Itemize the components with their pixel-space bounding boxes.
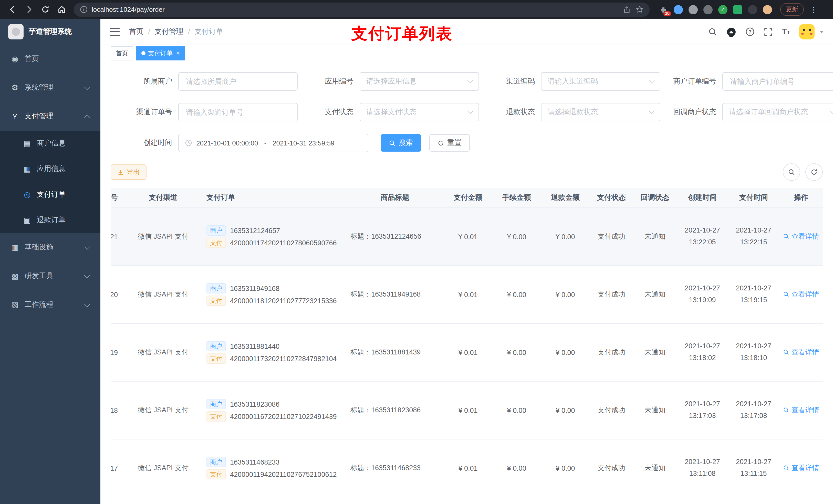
view-detail-link[interactable]: 查看详情	[783, 290, 819, 299]
notify-status-select[interactable]: 请选择订单回调商户状态	[722, 103, 833, 121]
pay-order-line: 支付 4200001173202110272847982104	[207, 354, 346, 364]
filter-channel-order-no: 渠道订单号	[111, 103, 278, 121]
svg-text:?: ?	[748, 29, 752, 34]
time-line: 13:19:15	[729, 294, 779, 306]
tab-pay-order[interactable]: 支付订单 ×	[136, 46, 185, 61]
refund-status-select[interactable]: 请选择退款状态	[541, 103, 660, 121]
browser-back-button[interactable]	[5, 2, 20, 17]
pay-order-line: 支付 4200001194202110276752100612	[207, 469, 346, 479]
refund-amount: ¥ 0.00	[541, 323, 590, 381]
pay-order-cell: 商户 1635311823086 支付 42000011672021102710…	[200, 381, 346, 439]
chevron-down-icon	[84, 301, 90, 307]
extensions-puzzle-icon[interactable]: 10	[659, 5, 668, 14]
export-button[interactable]: 导出	[111, 164, 146, 180]
created-at	[677, 497, 728, 504]
sidebar-item-home[interactable]: ◉ 首页	[0, 45, 100, 73]
sidebar-item-refund-order[interactable]: ▣ 退款订单	[0, 208, 100, 233]
address-bar[interactable]: localhost:1024/pay/order	[74, 2, 649, 17]
sidebar-item-label: 系统管理	[25, 83, 53, 92]
sidebar-item-pay-order[interactable]: ◎ 支付订单	[0, 182, 100, 208]
actions-cell: 查看详情	[779, 208, 823, 266]
show-search-toggle-button[interactable]	[783, 163, 800, 181]
update-button[interactable]: 更新	[780, 3, 804, 16]
table-row: 21 微信 JSAPI 支付 商户 1635312124657 支付 42000…	[111, 208, 823, 266]
sidebar-item-system[interactable]: ⚙ 系统管理	[0, 73, 100, 102]
sidebar-item-app-info[interactable]: ▦ 应用信息	[0, 156, 100, 182]
grid-icon: ▦	[23, 164, 32, 174]
share-icon[interactable]	[623, 6, 630, 13]
header-actions: ? TT	[708, 24, 824, 40]
github-icon[interactable]	[727, 27, 736, 37]
page-header: 首页 / 支付管理 / 支付订单 支付订单列表 ? TT	[100, 19, 833, 45]
site-info-icon[interactable]	[80, 6, 88, 13]
filter-create-time: 创建时间 2021-10-01 00:00:00 - 2021-10-31 23…	[111, 134, 368, 152]
browser-extension-icon[interactable]: ✓	[718, 5, 728, 14]
browser-extension-icon[interactable]	[733, 5, 742, 14]
sidebar-collapse-button[interactable]	[110, 28, 120, 36]
app-title: 芋道管理系统	[29, 27, 72, 37]
column-header: 支付状态	[590, 188, 633, 208]
fullscreen-icon[interactable]	[764, 27, 772, 36]
channel-code-select[interactable]: 请输入渠道编码	[541, 72, 660, 91]
pay-badge: 支付	[207, 354, 226, 364]
browser-extension-icon[interactable]	[674, 5, 683, 14]
date-separator: -	[264, 139, 266, 147]
reset-button[interactable]: 重置	[429, 134, 470, 152]
browser-forward-button[interactable]	[22, 2, 36, 17]
search-icon	[389, 140, 396, 146]
merchant-order-no-field[interactable]	[729, 77, 833, 86]
table-settings	[783, 163, 823, 181]
browser-extension-icon[interactable]	[704, 5, 713, 14]
product-title: 标题：1635312124656	[346, 208, 444, 266]
merchant-input-field[interactable]	[185, 77, 291, 86]
pay-status-select[interactable]: 请选择支付状态	[360, 103, 479, 121]
sidebar-item-payment[interactable]: ¥ 支付管理	[0, 102, 100, 130]
browser-extension-icon[interactable]	[689, 5, 698, 14]
search-icon[interactable]	[708, 27, 717, 37]
refund-amount: ¥ 0.00	[541, 208, 590, 266]
view-detail-link[interactable]: 查看详情	[783, 406, 819, 415]
tab-home[interactable]: 首页	[111, 46, 133, 61]
view-detail-link[interactable]: 查看详情	[783, 232, 819, 241]
close-icon[interactable]: ×	[176, 50, 180, 57]
sidebar-item-label: 首页	[25, 54, 39, 64]
view-detail-link[interactable]: 查看详情	[783, 348, 819, 357]
avatar-caret-icon[interactable]	[820, 30, 824, 33]
merchant-order-no: 1635311468233	[230, 458, 280, 466]
browser-menu-icon[interactable]: ⋮	[810, 5, 818, 14]
sidebar-item-infra[interactable]: ▥ 基础设施	[0, 233, 100, 262]
channel-order-no-field[interactable]	[185, 107, 291, 117]
app-logo[interactable]: 芋道管理系统	[0, 19, 100, 45]
refresh-table-button[interactable]	[805, 163, 823, 181]
help-icon[interactable]: ?	[745, 27, 755, 37]
pay-amount: ¥ 0.01	[444, 439, 492, 497]
browser-reload-button[interactable]	[38, 2, 52, 17]
browser-extension-icon[interactable]	[748, 5, 757, 14]
date-range-picker[interactable]: 2021-10-01 00:00:00 - 2021-10-31 23:59:5…	[178, 134, 368, 152]
sidebar-item-dev-tools[interactable]: ▩ 研发工具	[0, 262, 100, 290]
user-avatar[interactable]	[799, 24, 814, 40]
browser-profile-icon[interactable]	[763, 5, 772, 14]
browser-toolbar: localhost:1024/pay/order 10 ✓ 更新 ⋮	[0, 0, 833, 19]
sidebar-item-label: 基础设施	[25, 243, 53, 252]
pay-channel	[126, 497, 200, 504]
merchant-order-no-input[interactable]	[722, 72, 833, 91]
search-button[interactable]: 搜索	[381, 134, 421, 152]
font-size-icon[interactable]: TT	[782, 28, 790, 36]
breadcrumb-item[interactable]: 支付管理	[155, 27, 184, 37]
breadcrumb-item[interactable]: 首页	[129, 27, 143, 37]
browser-home-button[interactable]	[54, 2, 69, 17]
date-line: 2021-10-27	[729, 341, 779, 352]
channel-order-no-input[interactable]	[178, 103, 298, 121]
bookmark-star-icon[interactable]	[636, 6, 643, 13]
merchant-input[interactable]	[178, 72, 298, 91]
orders-table: 编号 支付渠道 支付订单 商品标题 支付金额 手续金额 退款金额 支付状态 回调…	[111, 188, 823, 504]
sidebar: 芋道管理系统 ◉ 首页 ⚙ 系统管理 ¥ 支付管理 ▤ 商户信息	[0, 19, 100, 504]
tags-view-bar: 首页 支付订单 ×	[100, 45, 833, 63]
sidebar-item-merchant-info[interactable]: ▤ 商户信息	[0, 130, 100, 156]
pay-status: 支付成功	[590, 323, 633, 381]
view-detail-link[interactable]: 查看详情	[783, 463, 819, 473]
sidebar-item-workflow[interactable]: ▧ 工作流程	[0, 290, 100, 319]
refund-amount: ¥ 0.00	[541, 266, 590, 323]
app-select[interactable]: 请选择应用信息	[360, 72, 479, 91]
